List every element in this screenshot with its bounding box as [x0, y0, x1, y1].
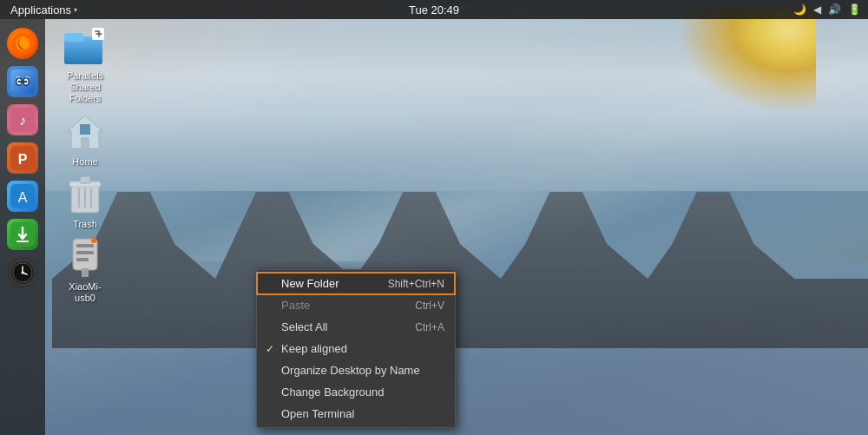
- svg-rect-37: [76, 258, 89, 261]
- parallels-icon: [64, 26, 106, 68]
- topbar-clock: Tue 20:49: [409, 3, 459, 16]
- svg-rect-34: [82, 268, 89, 277]
- appstore-icon: A: [7, 181, 38, 212]
- desktop-icons-area: ParallelsSharedFolders Home: [54, 26, 116, 304]
- sidebar-item-download[interactable]: [4, 217, 41, 252]
- context-menu-item-paste[interactable]: Paste Ctrl+V: [257, 294, 455, 316]
- xiaomi-label: XiaoMi-usb0: [69, 281, 101, 304]
- powerpoint-icon: P: [7, 142, 38, 174]
- sidebar-item-firefox[interactable]: [4, 26, 41, 61]
- parallels-label: ParallelsSharedFolders: [67, 70, 103, 105]
- finder-icon: [7, 66, 38, 97]
- download-icon: [7, 219, 38, 250]
- home-label: Home: [72, 156, 97, 168]
- paste-label: Paste: [281, 299, 398, 312]
- svg-rect-36: [76, 251, 94, 254]
- trash-icon: [64, 175, 106, 216]
- desktop-icon-trash[interactable]: Trash: [54, 175, 116, 230]
- select-all-label: Select All: [281, 320, 398, 333]
- svg-text:♪: ♪: [19, 113, 26, 128]
- music-icon: ♪: [7, 104, 38, 135]
- moon-icon: 🌙: [793, 3, 806, 16]
- svg-point-1: [16, 36, 30, 50]
- volume-icon[interactable]: 🔊: [828, 3, 841, 16]
- context-menu-item-organize[interactable]: Organize Desktop by Name: [257, 359, 455, 381]
- new-folder-label: New Folder: [281, 277, 371, 290]
- sidebar-item-finder[interactable]: [4, 64, 41, 99]
- sun-glow: [677, 9, 816, 113]
- sidebar-item-music[interactable]: ♪: [4, 102, 41, 137]
- context-menu-item-open-terminal[interactable]: Open Terminal: [257, 403, 455, 425]
- context-menu-item-new-folder[interactable]: New Folder Shift+Ctrl+N: [257, 273, 455, 294]
- svg-rect-7: [18, 81, 27, 82]
- battery-icon: 🔋: [848, 3, 861, 16]
- topbar: Applications ▾ Tue 20:49 🌙 ◀ 🔊 🔋: [0, 0, 868, 19]
- context-menu: New Folder Shift+Ctrl+N Paste Ctrl+V Sel…: [256, 269, 456, 428]
- trash-label: Trash: [73, 219, 97, 230]
- svg-text:A: A: [18, 190, 28, 205]
- organize-label: Organize Desktop by Name: [281, 364, 444, 377]
- sidebar-item-clock[interactable]: [4, 255, 41, 290]
- svg-text:P: P: [18, 152, 28, 167]
- context-menu-item-change-background[interactable]: Change Background: [257, 381, 455, 403]
- paste-shortcut: Ctrl+V: [415, 300, 444, 312]
- keep-aligned-check: ✓: [266, 343, 274, 355]
- desktop: Applications ▾ Tue 20:49 🌙 ◀ 🔊 🔋: [0, 0, 868, 435]
- svg-rect-29: [80, 176, 90, 183]
- keep-aligned-label: Keep aligned: [281, 342, 444, 355]
- xiaomi-usb-icon: [64, 237, 106, 279]
- svg-rect-26: [80, 124, 90, 135]
- open-terminal-label: Open Terminal: [281, 407, 444, 420]
- topbar-left: Applications ▾: [7, 3, 81, 16]
- svg-point-38: [91, 238, 96, 243]
- new-folder-shortcut: Shift+Ctrl+N: [388, 278, 444, 290]
- structure-layer: [52, 175, 868, 348]
- sidebar-item-appstore[interactable]: A: [4, 179, 41, 214]
- svg-point-20: [22, 272, 24, 274]
- topbar-right: 🌙 ◀ 🔊 🔋: [793, 3, 861, 16]
- sidebar: ♪ P A: [0, 19, 45, 435]
- select-all-shortcut: Ctrl+A: [415, 321, 444, 333]
- prev-icon[interactable]: ◀: [813, 3, 821, 16]
- desktop-icon-xiaomi[interactable]: XiaoMi-usb0: [54, 237, 116, 304]
- firefox-icon: [7, 28, 38, 59]
- context-menu-item-keep-aligned[interactable]: ✓ Keep aligned: [257, 338, 455, 359]
- dropdown-arrow-icon: ▾: [74, 6, 77, 14]
- desktop-icon-parallels[interactable]: ParallelsSharedFolders: [54, 26, 116, 105]
- svg-rect-35: [76, 244, 94, 247]
- desktop-icon-home[interactable]: Home: [54, 112, 116, 168]
- applications-label: Applications: [10, 3, 71, 16]
- clock-icon: [7, 257, 38, 288]
- change-background-label: Change Background: [281, 386, 444, 399]
- sidebar-item-powerpoint[interactable]: P: [4, 141, 41, 175]
- svg-rect-23: [64, 33, 83, 42]
- home-icon: [64, 112, 106, 154]
- applications-menu-button[interactable]: Applications ▾: [7, 3, 81, 16]
- context-menu-item-select-all[interactable]: Select All Ctrl+A: [257, 316, 455, 338]
